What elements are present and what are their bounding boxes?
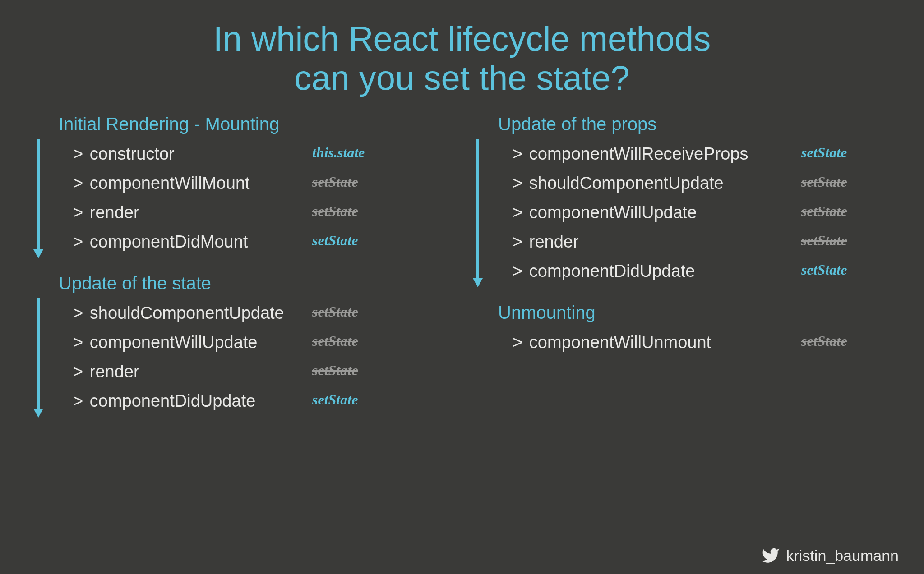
section-heading: Update of the state: [59, 273, 453, 294]
lifecycle-method-row: componentWillUpdatesetState: [73, 333, 453, 352]
flow-arrow: [32, 139, 45, 259]
lifecycle-section: Initial Rendering - Mountingconstructort…: [32, 114, 453, 252]
lifecycle-method-row: shouldComponentUpdatesetState: [513, 174, 892, 193]
lifecycle-method-row: shouldComponentUpdatesetState: [73, 303, 453, 323]
setstate-forbidden: setState: [312, 362, 358, 379]
lifecycle-method: componentWillMount: [73, 174, 250, 193]
svg-marker-3: [33, 409, 43, 418]
lifecycle-method: componentWillUnmount: [513, 333, 711, 352]
lifecycle-method-row: componentWillUpdatesetState: [513, 203, 892, 222]
right-column: Update of the propscomponentWillReceiveP…: [471, 114, 892, 432]
title-line-2: can you set the state?: [0, 58, 924, 97]
setstate-forbidden: setState: [312, 174, 358, 190]
svg-marker-5: [473, 278, 483, 287]
lifecycle-method-row: componentDidUpdatesetState: [73, 391, 453, 411]
setstate-forbidden: setState: [312, 333, 358, 349]
lifecycle-method: render: [73, 362, 139, 381]
setstate-forbidden: setState: [801, 203, 847, 220]
setstate-forbidden: setState: [801, 232, 847, 249]
setstate-allowed: setState: [312, 391, 358, 408]
setstate-allowed: setState: [801, 262, 847, 278]
lifecycle-method: shouldComponentUpdate: [513, 174, 724, 193]
setstate-forbidden: setState: [801, 174, 847, 190]
lifecycle-method-row: componentDidMountsetState: [73, 232, 453, 252]
lifecycle-method-row: componentWillMountsetState: [73, 174, 453, 193]
setstate-allowed: this.state: [312, 144, 365, 161]
section-heading: Update of the props: [498, 114, 892, 134]
lifecycle-method: componentDidUpdate: [73, 391, 255, 411]
lifecycle-section: Update of the propscomponentWillReceiveP…: [471, 114, 892, 281]
twitter-handle: kristin_baumann: [786, 547, 899, 565]
lifecycle-method: constructor: [73, 144, 175, 164]
lifecycle-method: render: [73, 203, 139, 222]
lifecycle-method: shouldComponentUpdate: [73, 303, 284, 323]
lifecycle-method-row: rendersetState: [513, 232, 892, 252]
lifecycle-method-row: componentWillUnmountsetState: [513, 333, 892, 352]
setstate-forbidden: setState: [801, 333, 847, 349]
lifecycle-method: componentWillReceiveProps: [513, 144, 748, 164]
lifecycle-method: componentDidMount: [73, 232, 248, 252]
lifecycle-method-row: constructorthis.state: [73, 144, 453, 164]
content-columns: Initial Rendering - Mountingconstructort…: [0, 98, 924, 432]
flow-arrow: [471, 139, 485, 288]
setstate-forbidden: setState: [312, 303, 358, 320]
slide-title: In which React lifecycle methods can you…: [0, 0, 924, 98]
section-heading: Initial Rendering - Mounting: [59, 114, 453, 134]
setstate-allowed: setState: [312, 232, 358, 249]
lifecycle-method: render: [513, 232, 579, 252]
lifecycle-method: componentDidUpdate: [513, 262, 695, 281]
lifecycle-method-row: rendersetState: [73, 362, 453, 381]
left-column: Initial Rendering - Mountingconstructort…: [32, 114, 453, 432]
flow-arrow: [32, 298, 45, 418]
setstate-allowed: setState: [801, 144, 847, 161]
footer-credit: kristin_baumann: [761, 546, 899, 565]
svg-marker-1: [33, 249, 43, 258]
twitter-icon: [761, 546, 780, 565]
lifecycle-method: componentWillUpdate: [73, 333, 258, 352]
lifecycle-section: Update of the stateshouldComponentUpdate…: [32, 273, 453, 411]
section-heading: Unmounting: [498, 303, 892, 323]
lifecycle-method-row: componentWillReceivePropssetState: [513, 144, 892, 164]
setstate-forbidden: setState: [312, 203, 358, 220]
lifecycle-method-row: componentDidUpdatesetState: [513, 262, 892, 281]
lifecycle-method: componentWillUpdate: [513, 203, 697, 222]
lifecycle-section: UnmountingcomponentWillUnmountsetState: [471, 303, 892, 352]
lifecycle-method-row: rendersetState: [73, 203, 453, 222]
title-line-1: In which React lifecycle methods: [0, 19, 924, 58]
